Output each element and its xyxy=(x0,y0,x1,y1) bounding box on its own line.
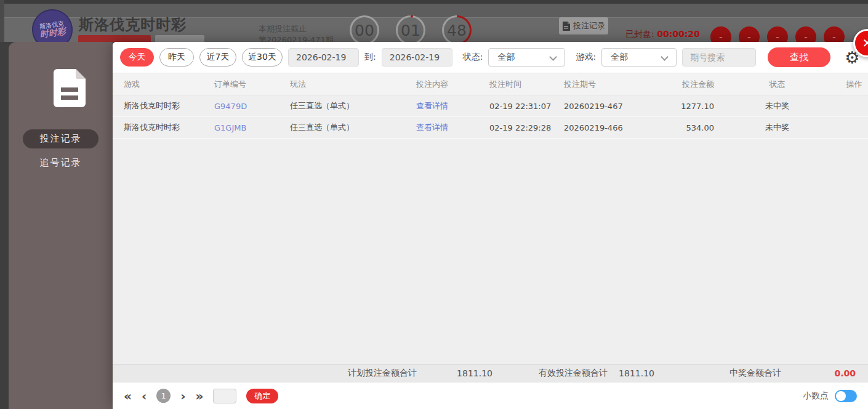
records-sidebar: 投注记录 追号记录 xyxy=(9,42,113,409)
cell-play: 任三直选（单式） xyxy=(290,122,416,133)
pagination-bar: « ‹ 1 › » 确定 小数点 xyxy=(113,382,868,409)
chevron-down-icon xyxy=(661,53,669,61)
col-game: 游戏 xyxy=(124,79,214,90)
decimal-toggle[interactable] xyxy=(835,390,857,402)
status-select-value: 全部 xyxy=(497,52,515,63)
valid-total-value: 1811.10 xyxy=(608,368,654,378)
first-page-button[interactable]: « xyxy=(124,390,132,402)
filter-today-button[interactable]: 今天 xyxy=(120,48,154,67)
bet-record-button-label: 投注记录 xyxy=(573,20,605,31)
cell-status: 未中奖 xyxy=(714,122,840,133)
view-details-link[interactable]: 查看详情 xyxy=(416,122,489,133)
col-status: 状态 xyxy=(714,79,840,90)
table-body: 斯洛伐克时时彩 G9479D 任三直选（单式） 查看详情 02-19 22:31… xyxy=(113,95,868,364)
sidebar-item-label: 追号记录 xyxy=(40,157,82,169)
cell-game: 斯洛伐克时时彩 xyxy=(124,100,214,111)
status-select[interactable]: 全部 xyxy=(488,48,565,67)
bet-record-button[interactable]: 投注记录 xyxy=(559,17,608,34)
game-select-value: 全部 xyxy=(611,52,628,63)
planned-total-label: 计划投注金额合计 xyxy=(348,368,417,379)
filter-yesterday-button[interactable]: 昨天 xyxy=(159,48,194,67)
filter-7days-button[interactable]: 近7天 xyxy=(199,48,236,67)
result-ball: - xyxy=(795,26,816,42)
countdown-seconds-value: 48 xyxy=(447,22,467,39)
col-issue: 投注期号 xyxy=(564,79,656,90)
win-total-value: 0.00 xyxy=(781,368,856,378)
countdown-hours: 00 xyxy=(350,15,379,42)
cell-issue: 20260219-466 xyxy=(564,123,656,132)
deadline-block: 本期投注截止 第20260219-471期 xyxy=(259,23,334,42)
decimal-toggle-group: 小数点 xyxy=(803,390,857,402)
to-label: 到: xyxy=(364,52,376,63)
cell-play: 任三直选（单式） xyxy=(290,100,416,111)
cell-time: 02-19 22:29:28 xyxy=(489,123,564,132)
filter-30days-button[interactable]: 近30天 xyxy=(242,48,283,67)
cell-issue: 20260219-467 xyxy=(564,102,656,111)
result-ball: - xyxy=(824,26,845,42)
page-title: 斯洛伐克时时彩 xyxy=(79,15,187,34)
decimal-label: 小数点 xyxy=(803,391,829,402)
issue-label: 第20260219-471期 xyxy=(259,34,334,42)
app: 斯洛伐克 时时彩 斯洛伐克时时彩 本期投注截止 第20260219-471期 0… xyxy=(0,0,868,409)
prev-page-button[interactable]: ‹ xyxy=(142,390,147,402)
table-header: 游戏 订单编号 玩法 投注内容 投注时间 投注期号 投注金额 状态 操作 xyxy=(113,73,868,95)
totals-row: 计划投注金额合计 1811.10 有效投注金额合计 1811.10 中奖金额合计… xyxy=(113,364,868,382)
cell-amount: 534.00 xyxy=(656,123,714,132)
col-time: 投注时间 xyxy=(489,79,564,90)
sealed-status: 已封盘: 00:00:20 xyxy=(625,29,700,40)
col-content: 投注内容 xyxy=(416,79,489,90)
cell-status: 未中奖 xyxy=(714,100,840,111)
result-ball: - xyxy=(739,26,760,42)
valid-total-label: 有效投注金额合计 xyxy=(539,368,608,379)
col-action: 操作 xyxy=(840,79,868,90)
order-id-link[interactable]: G9479D xyxy=(214,102,290,111)
table-row: 斯洛伐克时时彩 G9479D 任三直选（单式） 查看详情 02-19 22:31… xyxy=(113,95,868,117)
chevron-down-icon xyxy=(550,53,558,61)
countdown-hours-value: 00 xyxy=(355,22,374,39)
page-number-input[interactable] xyxy=(213,389,236,403)
cell-game: 斯洛伐克时时彩 xyxy=(124,122,214,133)
cell-amount: 1277.10 xyxy=(656,102,714,111)
col-order-id: 订单编号 xyxy=(214,79,290,90)
order-id-link[interactable]: G1GJMB xyxy=(214,123,290,132)
countdown-minutes-value: 01 xyxy=(401,22,420,39)
current-page-badge[interactable]: 1 xyxy=(156,389,171,403)
last-page-button[interactable]: » xyxy=(195,390,203,402)
col-amount: 投注金额 xyxy=(656,79,714,90)
records-document-icon xyxy=(54,69,86,107)
bet-records-modal: 今天 昨天 近7天 近30天 到: 状态: 全部 游戏: 全部 查找 ⚙ 游戏 … xyxy=(113,42,868,409)
secondary-button-stub[interactable] xyxy=(155,35,204,42)
next-page-button[interactable]: › xyxy=(180,390,185,402)
page-confirm-button[interactable]: 确定 xyxy=(246,389,278,403)
sealed-label: 已封盘: xyxy=(625,29,654,39)
top-header: 斯洛伐克 时时彩 斯洛伐克时时彩 本期投注截止 第20260219-471期 0… xyxy=(0,0,868,42)
result-ball: - xyxy=(710,26,731,42)
date-to-input[interactable] xyxy=(382,48,452,67)
table-row: 斯洛伐克时时彩 G1GJMB 任三直选（单式） 查看详情 02-19 22:29… xyxy=(113,117,868,139)
sealed-time: 00:00:20 xyxy=(657,29,700,39)
col-play: 玩法 xyxy=(290,79,416,90)
game-select[interactable]: 全部 xyxy=(601,48,677,67)
countdown-minutes: 01 xyxy=(396,15,425,42)
sidebar-item-bet-records[interactable]: 投注记录 xyxy=(23,129,98,148)
sidebar-item-label: 投注记录 xyxy=(40,133,82,145)
game-label: 游戏: xyxy=(576,52,596,63)
win-total-label: 中奖金额合计 xyxy=(729,368,781,379)
result-ball: - xyxy=(767,26,788,42)
official-site-button-stub[interactable] xyxy=(78,35,151,42)
sidebar-item-chase-records[interactable]: 追号记录 xyxy=(23,153,98,172)
status-label: 状态: xyxy=(463,52,483,63)
countdown-seconds: 48 xyxy=(442,15,472,42)
issue-search-input[interactable] xyxy=(682,48,756,67)
planned-total-value: 1811.10 xyxy=(417,368,492,378)
cell-time: 02-19 22:31:07 xyxy=(489,102,564,111)
deadline-label: 本期投注截止 xyxy=(259,23,334,34)
left-edge xyxy=(0,0,4,42)
filter-bar: 今天 昨天 近7天 近30天 到: 状态: 全部 游戏: 全部 查找 ⚙ xyxy=(113,42,868,73)
view-details-link[interactable]: 查看详情 xyxy=(416,100,489,111)
document-icon xyxy=(562,22,570,31)
toggle-knob xyxy=(836,391,846,401)
search-button[interactable]: 查找 xyxy=(768,47,830,67)
date-from-input[interactable] xyxy=(288,48,359,67)
